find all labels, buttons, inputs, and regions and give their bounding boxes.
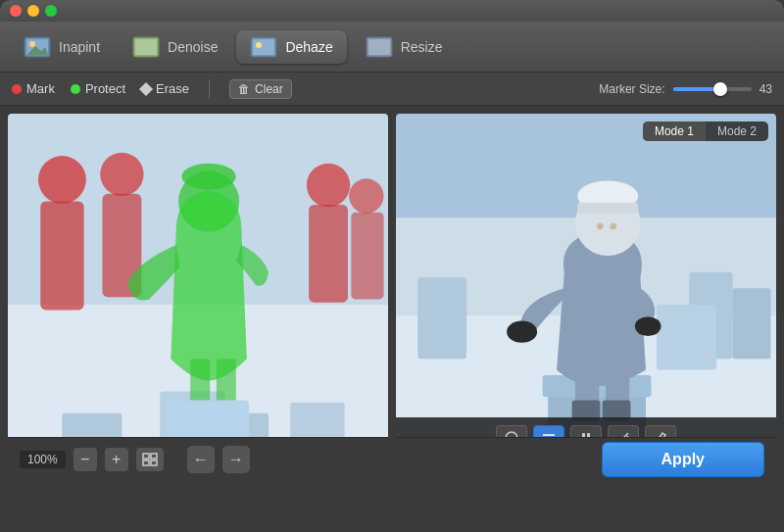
- resize-icon: [366, 36, 393, 58]
- traffic-lights: [10, 5, 57, 17]
- slider-thumb[interactable]: [713, 82, 727, 96]
- tab-denoise[interactable]: Denoise: [119, 30, 231, 64]
- svg-point-2: [29, 41, 35, 47]
- mark-dot: [12, 84, 22, 94]
- svg-point-26: [181, 164, 235, 190]
- mode1-button[interactable]: Mode 1: [643, 121, 706, 141]
- left-image-panel[interactable]: 100% − + ← →: [8, 114, 388, 480]
- mode2-button[interactable]: Mode 2: [706, 121, 768, 141]
- zoom-in-button[interactable]: +: [105, 448, 128, 471]
- svg-point-19: [100, 153, 143, 196]
- toolbar: Mark Protect Erase 🗑 Clear Marker Size: …: [0, 73, 784, 106]
- denoise-icon: [132, 36, 160, 58]
- svg-rect-18: [40, 202, 83, 311]
- svg-rect-22: [309, 205, 348, 303]
- svg-rect-29: [169, 400, 249, 437]
- right-panel-bottom: Apply: [396, 437, 776, 480]
- apply-button[interactable]: Apply: [602, 442, 764, 477]
- svg-point-49: [507, 321, 537, 343]
- svg-rect-41: [657, 305, 716, 370]
- svg-rect-34: [151, 460, 157, 465]
- svg-point-23: [349, 178, 383, 213]
- svg-rect-33: [143, 460, 149, 465]
- marker-size-control: Marker Size: 43: [599, 82, 772, 96]
- nav-controls: ← →: [187, 446, 250, 473]
- minimize-button[interactable]: [27, 5, 39, 17]
- protect-tool[interactable]: Protect: [71, 81, 125, 96]
- svg-rect-5: [135, 39, 157, 55]
- tab-bar: Inapint Denoise Dehaze Resize: [0, 22, 784, 73]
- protect-dot: [71, 84, 80, 94]
- fit-button[interactable]: [136, 448, 164, 471]
- svg-rect-28: [217, 359, 236, 402]
- next-button[interactable]: →: [222, 446, 250, 473]
- erase-tool[interactable]: Erase: [141, 81, 189, 96]
- svg-rect-40: [417, 277, 466, 359]
- clear-label: Clear: [255, 82, 283, 96]
- clear-button[interactable]: 🗑 Clear: [229, 79, 292, 99]
- right-image-area: [396, 114, 776, 437]
- marker-size-label: Marker Size:: [599, 82, 664, 96]
- protect-label: Protect: [85, 81, 125, 96]
- zoom-out-button[interactable]: −: [74, 448, 97, 471]
- toolbar-separator: [209, 79, 210, 99]
- title-bar: [0, 0, 784, 22]
- svg-point-48: [610, 223, 616, 230]
- svg-point-8: [256, 42, 262, 48]
- dehaze-icon: [250, 36, 277, 58]
- right-image-panel[interactable]: Mode 1 Mode 2: [396, 114, 776, 480]
- svg-rect-39: [733, 288, 771, 359]
- close-button[interactable]: [10, 5, 22, 17]
- image-panels: 100% − + ← →: [0, 106, 784, 488]
- svg-rect-24: [351, 213, 383, 300]
- svg-point-50: [635, 316, 662, 336]
- marker-size-slider[interactable]: [673, 87, 752, 91]
- tab-inapint-label: Inapint: [59, 39, 100, 55]
- svg-rect-32: [151, 454, 157, 459]
- mode-buttons: Mode 1 Mode 2: [643, 121, 768, 141]
- tab-dehaze[interactable]: Dehaze: [236, 30, 346, 64]
- prev-button[interactable]: ←: [187, 446, 215, 473]
- tab-resize[interactable]: Resize: [352, 30, 457, 64]
- tab-denoise-label: Denoise: [168, 39, 218, 55]
- svg-rect-27: [190, 359, 210, 402]
- svg-point-17: [38, 156, 86, 204]
- left-image-area: [8, 114, 388, 437]
- erase-label: Erase: [156, 81, 189, 96]
- main-content: 100% − + ← →: [0, 106, 784, 488]
- svg-point-47: [597, 223, 604, 230]
- svg-rect-10: [368, 39, 390, 55]
- tab-inapint[interactable]: Inapint: [10, 30, 114, 64]
- svg-rect-7: [253, 39, 274, 55]
- svg-rect-51: [575, 367, 599, 406]
- mark-tool[interactable]: Mark: [12, 81, 55, 96]
- marker-size-value: 43: [760, 82, 772, 96]
- svg-rect-31: [143, 454, 149, 459]
- tab-dehaze-label: Dehaze: [285, 39, 332, 55]
- svg-point-21: [307, 164, 350, 207]
- mark-label: Mark: [26, 81, 55, 96]
- svg-rect-46: [577, 203, 638, 214]
- maximize-button[interactable]: [45, 5, 57, 17]
- tab-resize-label: Resize: [401, 39, 443, 55]
- left-panel-bottom: 100% − + ← →: [8, 437, 388, 480]
- right-panel-svg: [396, 114, 776, 437]
- left-panel-svg: [8, 114, 388, 437]
- svg-rect-15: [290, 403, 344, 437]
- svg-rect-16: [62, 413, 122, 437]
- trash-icon: 🗑: [238, 82, 250, 96]
- inapint-icon: [24, 36, 51, 58]
- svg-rect-52: [606, 367, 629, 406]
- zoom-value: 100%: [20, 451, 66, 468]
- erase-diamond-icon: [139, 81, 153, 95]
